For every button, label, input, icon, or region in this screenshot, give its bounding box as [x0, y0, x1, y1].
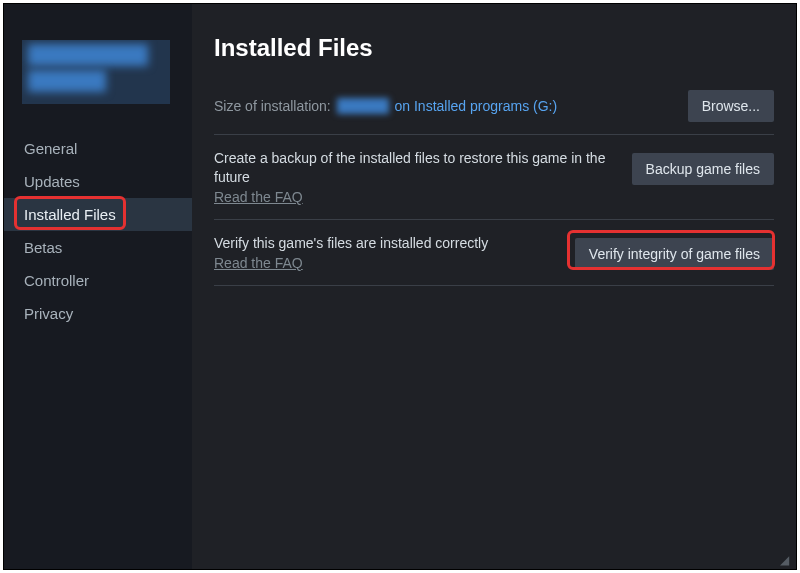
nav-label: Installed Files: [24, 206, 116, 223]
nav-label: Updates: [24, 173, 80, 190]
nav-label: General: [24, 140, 77, 157]
verify-section: Verify this game's files are installed c…: [214, 219, 774, 286]
install-location-link[interactable]: on Installed programs (G:): [395, 98, 558, 114]
sidebar-nav: General Updates Installed Files Betas Co…: [4, 132, 192, 330]
backup-description: Create a backup of the installed files t…: [214, 149, 614, 187]
verify-integrity-button[interactable]: Verify integrity of game files: [575, 238, 774, 270]
backup-section: Create a backup of the installed files t…: [214, 134, 774, 219]
sidebar-item-betas[interactable]: Betas: [4, 231, 192, 264]
backup-faq-link[interactable]: Read the FAQ: [214, 189, 303, 205]
browse-button[interactable]: Browse...: [688, 90, 774, 122]
verify-description: Verify this game's files are installed c…: [214, 234, 557, 253]
size-value: [337, 98, 389, 114]
sidebar: General Updates Installed Files Betas Co…: [4, 4, 192, 569]
sidebar-item-updates[interactable]: Updates: [4, 165, 192, 198]
content-pane: Installed Files Size of installation: on…: [192, 4, 796, 569]
sidebar-item-installed-files[interactable]: Installed Files: [4, 198, 192, 231]
nav-label: Privacy: [24, 305, 73, 322]
sidebar-item-privacy[interactable]: Privacy: [4, 297, 192, 330]
game-thumbnail: [22, 40, 170, 104]
properties-window: — ▢ ✕ General Updates Installed Files Be…: [3, 3, 797, 570]
size-label: Size of installation:: [214, 98, 331, 114]
sidebar-item-general[interactable]: General: [4, 132, 192, 165]
backup-game-files-button[interactable]: Backup game files: [632, 153, 774, 185]
verify-faq-link[interactable]: Read the FAQ: [214, 255, 303, 271]
install-size-row: Size of installation: on Installed progr…: [214, 90, 774, 122]
nav-label: Betas: [24, 239, 62, 256]
page-title: Installed Files: [214, 34, 774, 62]
nav-label: Controller: [24, 272, 89, 289]
sidebar-item-controller[interactable]: Controller: [4, 264, 192, 297]
